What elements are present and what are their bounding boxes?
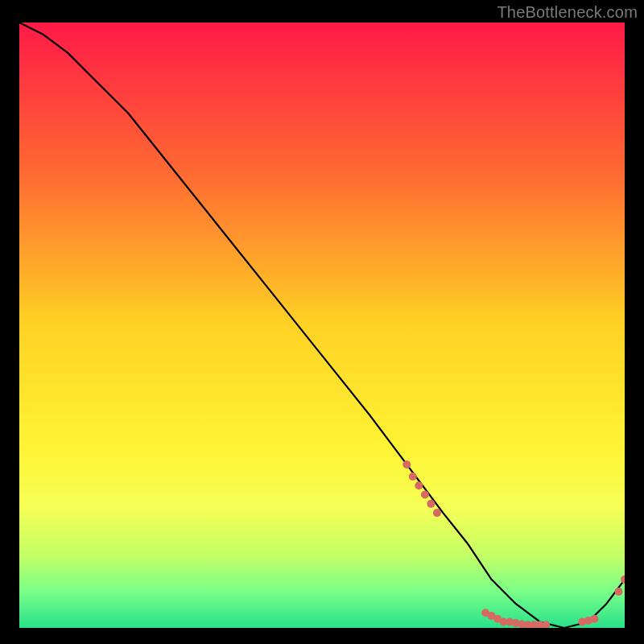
bottleneck-sample-point <box>409 473 417 481</box>
bottleneck-sample-point <box>433 509 441 517</box>
chart-frame: TheBottleneck.com <box>0 0 644 644</box>
bottleneck-sample-point <box>427 500 435 508</box>
bottleneck-sample-point <box>590 615 598 623</box>
bottleneck-sample-point <box>421 491 429 499</box>
chart-svg <box>19 23 625 628</box>
bottleneck-sample-point <box>402 460 411 469</box>
bottleneck-sample-point <box>415 481 423 489</box>
plot-area <box>19 23 625 628</box>
gradient-background <box>19 23 625 628</box>
attribution-text: TheBottleneck.com <box>497 3 638 22</box>
bottleneck-sample-point <box>614 588 622 596</box>
